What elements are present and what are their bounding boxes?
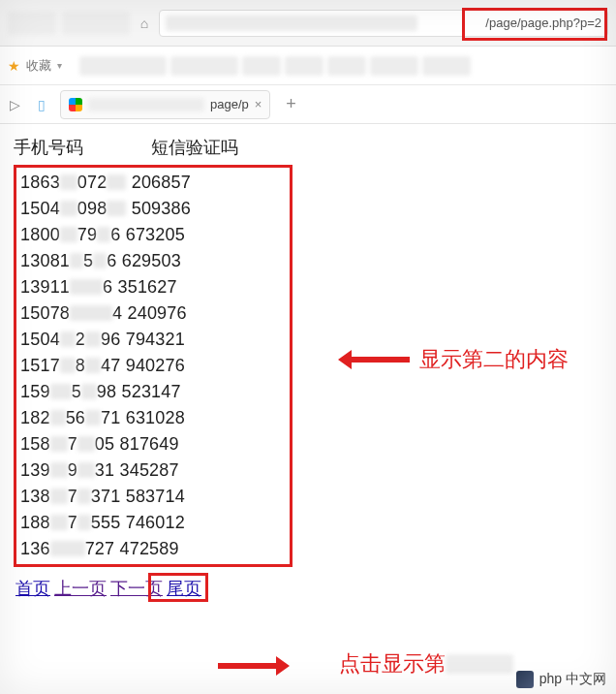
annotation-text: 显示第二的内容 [419, 345, 569, 374]
arrow-icon [218, 663, 286, 669]
redacted-bookmark [422, 56, 471, 76]
table-row: 139116 351627 [16, 274, 290, 300]
favicon-icon [69, 98, 82, 111]
new-tab-button[interactable]: + [280, 94, 302, 114]
redacted-bookmark [170, 56, 238, 76]
tab-strip: ▷ ▯ page/p × + [0, 85, 616, 124]
address-bar[interactable]: /page/page.php?p=2 [159, 10, 608, 37]
redacted-bookmark [242, 56, 281, 76]
browser-tab[interactable]: page/p × [60, 90, 270, 119]
redacted-url [166, 16, 417, 31]
bookmarks-label[interactable]: 收藏 [26, 57, 51, 75]
sidebar-toggle-icon[interactable]: ▷ [6, 96, 23, 113]
table-row: 1517847 940276 [16, 353, 290, 379]
pager-last[interactable]: 尾页 [167, 577, 201, 600]
watermark-text: php 中文网 [539, 671, 606, 688]
redacted-tab-title [88, 98, 204, 111]
table-row: 1504098 509386 [16, 196, 290, 222]
pager-next[interactable]: 下一页 [110, 577, 163, 600]
table-row: 159598 523147 [16, 379, 290, 405]
url-visible: /page/page.php?p=2 [485, 16, 601, 30]
table-row: 158705 817649 [16, 431, 290, 457]
redacted-bookmark [285, 56, 323, 76]
data-table: 1863072 206857 1504098 509386 1800796 67… [14, 165, 293, 567]
table-row: 1504296 794321 [16, 327, 290, 353]
star-icon: ★ [8, 58, 20, 74]
phone-icon[interactable]: ▯ [33, 96, 50, 113]
home-icon[interactable]: ⌂ [136, 15, 153, 32]
chevron-down-icon[interactable]: ▾ [57, 60, 62, 71]
tab-title-visible: page/p [210, 97, 249, 111]
redacted-box [62, 12, 130, 35]
redacted-box [8, 12, 56, 35]
pager-prev[interactable]: 上一页 [54, 577, 107, 600]
watermark: php 中文网 [516, 671, 606, 688]
redacted-bookmark [370, 56, 418, 76]
col-phone: 手机号码 [14, 136, 83, 159]
browser-top-bar: ⌂ /page/page.php?p=2 [0, 0, 616, 47]
table-row: 1887555 746012 [16, 510, 290, 536]
table-row: 1863072 206857 [16, 170, 290, 196]
close-icon[interactable]: × [255, 97, 262, 111]
bookmarks-bar: ★ 收藏 ▾ [0, 47, 616, 85]
annotation-text: 点击显示第 [339, 649, 513, 678]
redacted-bookmark [327, 56, 366, 76]
table-row: 150784 240976 [16, 300, 290, 327]
table-headers: 手机号码 短信验证吗 [14, 136, 602, 159]
table-row: 1800796 673205 [16, 222, 290, 248]
logo-icon [516, 671, 534, 688]
table-row: 136727 472589 [16, 536, 290, 562]
col-code: 短信验证吗 [151, 136, 238, 159]
table-row: 1387371 583714 [16, 484, 290, 510]
pagination: 首页 上一页 下一页 尾页 [14, 573, 602, 604]
table-row: 139931 345287 [16, 457, 290, 484]
pager-first[interactable]: 首页 [15, 577, 50, 600]
table-row: 1308156 629503 [16, 248, 290, 274]
arrow-icon [342, 357, 410, 363]
table-row: 1825671 631028 [16, 405, 290, 431]
redacted-bookmark [79, 56, 167, 76]
